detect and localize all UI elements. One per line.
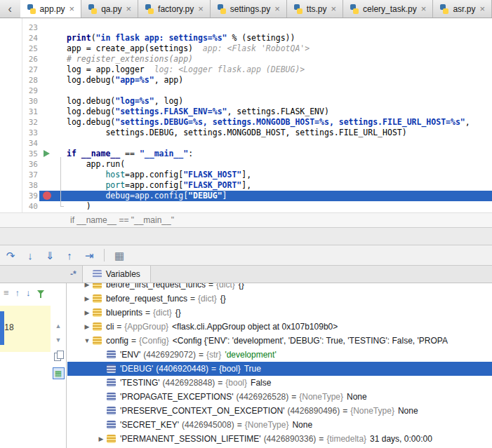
code-line-30[interactable]: 30log.debug("log=%s", log) (0, 96, 492, 107)
code-text[interactable]: # register_extensions(app) (67, 54, 193, 65)
variable-row-before-first-request-funcs[interactable]: ▶before_first_request_funcs={dict}{} (67, 283, 492, 292)
variable-row-config[interactable]: ▼config={Config}<Config {'ENV': 'develop… (67, 334, 492, 348)
code-text[interactable]: log.debug("settings.FLASK_ENV=%s", setti… (67, 107, 329, 117)
tab-variables[interactable]: Variables (82, 266, 151, 283)
code-editor[interactable]: 2324print("in flask app: settings=%s" % … (0, 18, 492, 212)
line-number[interactable]: 28 (0, 75, 38, 86)
line-number[interactable]: 25 (0, 43, 38, 54)
code-text[interactable]: app = create_app(settings) app: <Flask '… (67, 43, 310, 54)
copy-icon[interactable] (54, 351, 62, 360)
line-number[interactable]: 33 (0, 128, 38, 138)
code-line-23[interactable]: 23 (0, 22, 492, 33)
line-number[interactable]: 39 (0, 191, 38, 201)
code-text[interactable]: log.debug("app=%s", app) (67, 75, 183, 86)
code-line-27[interactable]: 27log = app.logger log: <Logger flask.ap… (0, 65, 492, 75)
frame-down-icon[interactable]: ↓ (26, 287, 31, 298)
expand-arrow-icon[interactable]: ▶ (81, 323, 93, 330)
chevron-left-icon[interactable]: ‹ (0, 0, 20, 18)
code-text[interactable]: log.debug("settings.DEBUG=%s, settings.M… (67, 117, 470, 128)
step-over-icon[interactable]: ↷ (4, 250, 17, 261)
line-number[interactable]: 38 (0, 180, 38, 191)
editor-debugger-splitter[interactable] (0, 228, 492, 245)
run-gutter-icon[interactable] (44, 150, 50, 157)
watch-settings-icon[interactable]: ▦ (53, 367, 65, 379)
menu-icon[interactable]: ≡ (4, 287, 9, 298)
tab-close-icon[interactable]: × (331, 4, 337, 13)
code-line-36[interactable]: 36 app.run( (0, 159, 492, 170)
code-line-33[interactable]: 33 settings.DEBUG, settings.MONGODB_HOST… (0, 128, 492, 138)
line-number[interactable]: 31 (0, 107, 38, 117)
code-line-32[interactable]: 32log.debug("settings.DEBUG=%s, settings… (0, 117, 492, 128)
view-breakpoints-icon[interactable]: ▦ (113, 250, 126, 261)
code-text[interactable]: host=app.config["FLASK_HOST"], (67, 170, 251, 180)
tab-tts-py[interactable]: tts.py× (287, 0, 343, 18)
code-line-34[interactable]: 34 (0, 138, 492, 149)
code-text[interactable]: port=app.config["FLASK_PORT"], (67, 180, 251, 191)
variable-row-secret-key[interactable]: 'SECRET_KEY'(4426945008)={NoneType}None (67, 418, 492, 432)
tab-close-icon[interactable]: × (274, 4, 280, 13)
variable-row-testing[interactable]: 'TESTING'(4426928848)={bool}False (67, 376, 492, 390)
line-number[interactable]: 27 (0, 65, 38, 75)
variable-row-debug[interactable]: 'DEBUG'(4406920448)={bool}True (67, 362, 492, 376)
tab-close-icon[interactable]: × (198, 4, 204, 13)
code-line-39[interactable]: 39 debug=app.config["DEBUG"] (0, 191, 492, 201)
code-text[interactable]: log = app.logger log: <Logger flask.app … (67, 65, 305, 75)
code-text[interactable]: debug=app.config["DEBUG"] (67, 191, 227, 201)
code-line-28[interactable]: 28log.debug("app=%s", app) (0, 75, 492, 86)
scroll-up-icon[interactable]: ▲ (55, 323, 62, 330)
variable-row-propagate-exceptions[interactable]: 'PROPAGATE_EXCEPTIONS'(4426926528)={None… (67, 390, 492, 404)
collapse-arrow-icon[interactable]: ▼ (81, 337, 93, 344)
tab-close-icon[interactable]: × (479, 4, 485, 13)
tab-close-icon[interactable]: × (126, 4, 132, 13)
variable-row-blueprints[interactable]: ▶blueprints={dict}{} (67, 306, 492, 320)
code-line-38[interactable]: 38 port=app.config["FLASK_PORT"], (0, 180, 492, 191)
tab-factory-py[interactable]: factory.py× (138, 0, 211, 18)
expand-arrow-icon[interactable]: ▶ (81, 309, 93, 316)
line-number[interactable]: 34 (0, 138, 38, 149)
code-line-35[interactable]: 35if __name__ == "__main__": (0, 149, 492, 159)
breadcrumb[interactable]: if __name__ == "__main__" (0, 212, 492, 228)
code-line-29[interactable]: 29 (0, 86, 492, 96)
line-number[interactable]: 32 (0, 117, 38, 128)
variable-row-cli[interactable]: ▶cli={AppGroup}<flask.cli.AppGroup objec… (67, 320, 492, 334)
force-step-into-icon[interactable]: ⇓ (44, 250, 56, 261)
line-number[interactable]: 26 (0, 54, 38, 65)
line-number[interactable]: 36 (0, 159, 38, 170)
code-text[interactable]: app.run( (67, 159, 125, 170)
code-line-37[interactable]: 37 host=app.config["FLASK_HOST"], (0, 170, 492, 180)
frame-up-icon[interactable]: ↑ (15, 287, 20, 298)
code-line-40[interactable]: 40 ) (0, 201, 492, 212)
line-number[interactable]: 29 (0, 86, 38, 96)
scroll-down-icon[interactable]: ▼ (55, 337, 62, 344)
tab-qa-py[interactable]: qa.py× (81, 0, 138, 18)
tab-close-icon[interactable]: × (69, 4, 75, 13)
line-number[interactable]: 30 (0, 96, 38, 107)
step-into-icon[interactable]: ↓ (24, 250, 36, 261)
variable-row-before-request-funcs[interactable]: ▶before_request_funcs={dict}{} (67, 292, 492, 306)
code-text[interactable]: ) (67, 201, 91, 212)
filter-frames-icon[interactable] (37, 290, 44, 294)
step-out-icon[interactable]: ↑ (63, 250, 76, 261)
code-text[interactable]: log.debug("log=%s", log) (67, 96, 183, 107)
breakpoint-icon[interactable] (43, 191, 51, 200)
expand-arrow-icon[interactable]: ▶ (81, 295, 93, 302)
line-number[interactable]: 24 (0, 33, 38, 43)
tab-settings-py[interactable]: settings.py× (211, 0, 287, 18)
code-line-24[interactable]: 24print("in flask app: settings=%s" % (s… (0, 33, 492, 43)
tab-asr-py[interactable]: asr.py× (433, 0, 492, 18)
code-line-31[interactable]: 31log.debug("settings.FLASK_ENV=%s", set… (0, 107, 492, 117)
expand-arrow-icon[interactable]: ▶ (95, 435, 107, 442)
line-number[interactable]: 40 (0, 201, 38, 212)
run-to-cursor-icon[interactable]: ⇥ (83, 250, 95, 261)
variable-row-preserve-context-on-exception[interactable]: 'PRESERVE_CONTEXT_ON_EXCEPTION'(44268904… (67, 404, 492, 418)
variable-row-env[interactable]: 'ENV'(4426929072)={str}'development' (67, 348, 492, 362)
code-line-25[interactable]: 25app = create_app(settings) app: <Flask… (0, 43, 492, 54)
code-text[interactable]: if __name__ == "__main__": (67, 149, 193, 159)
tab-celery-task-py[interactable]: celery_task.py× (343, 0, 433, 18)
code-text[interactable]: print("in flask app: settings=%s" % (set… (67, 33, 295, 43)
tab-close-icon[interactable]: × (421, 4, 427, 13)
tab-app-py[interactable]: app.py× (20, 0, 82, 18)
inline-watches-icon[interactable]: -* (70, 269, 77, 279)
code-line-26[interactable]: 26# register_extensions(app) (0, 54, 492, 65)
current-frame-row[interactable]: :18 (0, 306, 51, 352)
